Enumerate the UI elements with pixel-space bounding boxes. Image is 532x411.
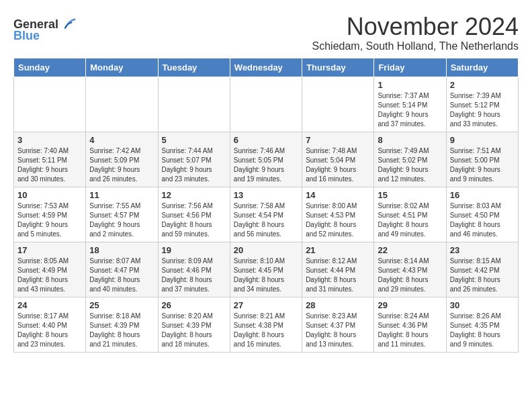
month-title: November 2024 <box>312 13 519 40</box>
day-info: Sunrise: 8:24 AM Sunset: 4:36 PM Dayligh… <box>378 312 442 349</box>
day-info: Sunrise: 7:56 AM Sunset: 4:56 PM Dayligh… <box>162 201 226 239</box>
table-row: 29Sunrise: 8:24 AM Sunset: 4:36 PM Dayli… <box>374 297 446 352</box>
day-info: Sunrise: 7:48 AM Sunset: 5:04 PM Dayligh… <box>306 146 370 184</box>
day-number: 14 <box>306 190 370 200</box>
table-row: 14Sunrise: 8:00 AM Sunset: 4:53 PM Dayli… <box>302 187 374 242</box>
day-number: 9 <box>450 135 515 145</box>
header: General Blue November 2024 Schiedam, Sou… <box>13 13 519 52</box>
day-info: Sunrise: 7:37 AM Sunset: 5:14 PM Dayligh… <box>378 91 442 129</box>
title-block: November 2024 Schiedam, South Holland, T… <box>312 13 519 52</box>
day-info: Sunrise: 8:14 AM Sunset: 4:43 PM Dayligh… <box>378 257 442 294</box>
day-info: Sunrise: 7:44 AM Sunset: 5:07 PM Dayligh… <box>162 146 226 184</box>
table-row: 4Sunrise: 7:42 AM Sunset: 5:09 PM Daylig… <box>86 132 158 187</box>
day-number: 2 <box>450 80 515 90</box>
table-row: 12Sunrise: 7:56 AM Sunset: 4:56 PM Dayli… <box>158 187 230 242</box>
day-number: 21 <box>306 245 370 255</box>
table-row: 11Sunrise: 7:55 AM Sunset: 4:57 PM Dayli… <box>86 187 158 242</box>
day-number: 26 <box>162 300 226 310</box>
day-info: Sunrise: 7:39 AM Sunset: 5:12 PM Dayligh… <box>450 91 515 129</box>
th-monday: Monday <box>86 58 158 77</box>
day-info: Sunrise: 7:51 AM Sunset: 5:00 PM Dayligh… <box>450 146 515 184</box>
table-row: 9Sunrise: 7:51 AM Sunset: 5:00 PM Daylig… <box>446 132 518 187</box>
table-row: 17Sunrise: 8:05 AM Sunset: 4:49 PM Dayli… <box>14 242 86 297</box>
day-info: Sunrise: 8:26 AM Sunset: 4:35 PM Dayligh… <box>450 312 515 349</box>
th-tuesday: Tuesday <box>158 58 230 77</box>
day-number: 6 <box>234 135 298 145</box>
table-row: 2Sunrise: 7:39 AM Sunset: 5:12 PM Daylig… <box>446 77 518 132</box>
logo-blue: Blue <box>13 30 40 42</box>
day-number: 22 <box>378 245 442 255</box>
day-number: 18 <box>89 245 154 255</box>
day-info: Sunrise: 8:00 AM Sunset: 4:53 PM Dayligh… <box>306 201 370 239</box>
day-number: 4 <box>89 135 154 145</box>
calendar-week-row: 17Sunrise: 8:05 AM Sunset: 4:49 PM Dayli… <box>14 242 519 297</box>
day-number: 28 <box>306 300 370 310</box>
day-info: Sunrise: 8:03 AM Sunset: 4:50 PM Dayligh… <box>450 201 515 239</box>
day-info: Sunrise: 7:53 AM Sunset: 4:59 PM Dayligh… <box>17 201 82 239</box>
day-number: 16 <box>450 190 515 200</box>
table-row: 24Sunrise: 8:17 AM Sunset: 4:40 PM Dayli… <box>14 297 86 352</box>
day-number: 15 <box>378 190 442 200</box>
table-row: 25Sunrise: 8:18 AM Sunset: 4:39 PM Dayli… <box>86 297 158 352</box>
calendar-week-row: 3Sunrise: 7:40 AM Sunset: 5:11 PM Daylig… <box>14 132 519 187</box>
calendar-week-row: 1Sunrise: 7:37 AM Sunset: 5:14 PM Daylig… <box>14 77 519 132</box>
table-row: 6Sunrise: 7:46 AM Sunset: 5:05 PM Daylig… <box>230 132 302 187</box>
day-number: 8 <box>378 135 442 145</box>
day-info: Sunrise: 8:05 AM Sunset: 4:49 PM Dayligh… <box>17 257 82 294</box>
table-row: 23Sunrise: 8:15 AM Sunset: 4:42 PM Dayli… <box>446 242 518 297</box>
th-sunday: Sunday <box>14 58 86 77</box>
calendar-week-row: 24Sunrise: 8:17 AM Sunset: 4:40 PM Dayli… <box>14 297 519 352</box>
table-row: 8Sunrise: 7:49 AM Sunset: 5:02 PM Daylig… <box>374 132 446 187</box>
table-row: 18Sunrise: 8:07 AM Sunset: 4:47 PM Dayli… <box>86 242 158 297</box>
calendar-page: General Blue November 2024 Schiedam, Sou… <box>0 0 532 359</box>
day-number: 23 <box>450 245 515 255</box>
table-row <box>230 77 302 132</box>
calendar-table: Sunday Monday Tuesday Wednesday Thursday… <box>13 58 519 353</box>
day-info: Sunrise: 7:49 AM Sunset: 5:02 PM Dayligh… <box>378 146 442 184</box>
table-row: 3Sunrise: 7:40 AM Sunset: 5:11 PM Daylig… <box>14 132 86 187</box>
day-number: 30 <box>450 300 515 310</box>
table-row: 26Sunrise: 8:20 AM Sunset: 4:39 PM Dayli… <box>158 297 230 352</box>
day-number: 1 <box>378 80 442 90</box>
th-thursday: Thursday <box>302 58 374 77</box>
table-row: 5Sunrise: 7:44 AM Sunset: 5:07 PM Daylig… <box>158 132 230 187</box>
day-info: Sunrise: 8:23 AM Sunset: 4:37 PM Dayligh… <box>306 312 370 349</box>
day-number: 13 <box>234 190 298 200</box>
table-row: 16Sunrise: 8:03 AM Sunset: 4:50 PM Dayli… <box>446 187 518 242</box>
table-row <box>86 77 158 132</box>
table-row <box>14 77 86 132</box>
day-number: 20 <box>234 245 298 255</box>
day-number: 12 <box>162 190 226 200</box>
table-row: 1Sunrise: 7:37 AM Sunset: 5:14 PM Daylig… <box>374 77 446 132</box>
day-number: 29 <box>378 300 442 310</box>
th-saturday: Saturday <box>446 58 518 77</box>
th-wednesday: Wednesday <box>230 58 302 77</box>
day-info: Sunrise: 8:02 AM Sunset: 4:51 PM Dayligh… <box>378 201 442 239</box>
table-row <box>302 77 374 132</box>
table-row: 20Sunrise: 8:10 AM Sunset: 4:45 PM Dayli… <box>230 242 302 297</box>
table-row: 15Sunrise: 8:02 AM Sunset: 4:51 PM Dayli… <box>374 187 446 242</box>
header-row: Sunday Monday Tuesday Wednesday Thursday… <box>14 58 519 77</box>
day-info: Sunrise: 7:42 AM Sunset: 5:09 PM Dayligh… <box>89 146 154 184</box>
table-row: 21Sunrise: 8:12 AM Sunset: 4:44 PM Dayli… <box>302 242 374 297</box>
table-row: 28Sunrise: 8:23 AM Sunset: 4:37 PM Dayli… <box>302 297 374 352</box>
day-number: 25 <box>89 300 154 310</box>
subtitle: Schiedam, South Holland, The Netherlands <box>312 40 519 52</box>
table-row: 10Sunrise: 7:53 AM Sunset: 4:59 PM Dayli… <box>14 187 86 242</box>
table-row: 7Sunrise: 7:48 AM Sunset: 5:04 PM Daylig… <box>302 132 374 187</box>
calendar-week-row: 10Sunrise: 7:53 AM Sunset: 4:59 PM Dayli… <box>14 187 519 242</box>
day-number: 27 <box>234 300 298 310</box>
day-info: Sunrise: 8:15 AM Sunset: 4:42 PM Dayligh… <box>450 257 515 294</box>
day-info: Sunrise: 7:46 AM Sunset: 5:05 PM Dayligh… <box>234 146 298 184</box>
day-info: Sunrise: 8:10 AM Sunset: 4:45 PM Dayligh… <box>234 257 298 294</box>
day-number: 3 <box>17 135 82 145</box>
day-number: 5 <box>162 135 226 145</box>
day-info: Sunrise: 7:58 AM Sunset: 4:54 PM Dayligh… <box>234 201 298 239</box>
day-info: Sunrise: 8:17 AM Sunset: 4:40 PM Dayligh… <box>17 312 82 349</box>
th-friday: Friday <box>374 58 446 77</box>
day-info: Sunrise: 8:18 AM Sunset: 4:39 PM Dayligh… <box>89 312 154 349</box>
day-info: Sunrise: 8:09 AM Sunset: 4:46 PM Dayligh… <box>162 257 226 294</box>
day-number: 7 <box>306 135 370 145</box>
day-number: 11 <box>89 190 154 200</box>
day-info: Sunrise: 7:40 AM Sunset: 5:11 PM Dayligh… <box>17 146 82 184</box>
